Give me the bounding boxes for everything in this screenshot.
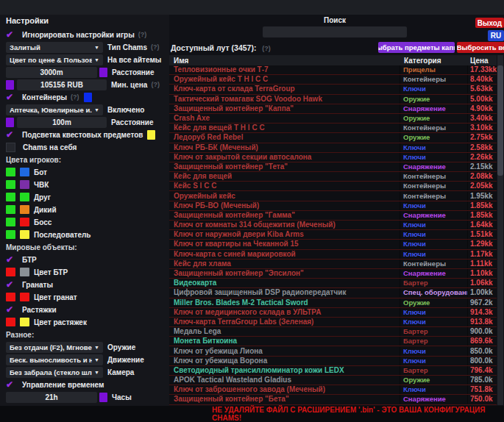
text-input[interactable] [17, 79, 107, 90]
table-row[interactable]: APOK Tactical Wasteland GladiusОружие785… [169, 376, 497, 385]
color-swatch-primary[interactable] [6, 268, 15, 276]
table-row[interactable]: Ключ от убежища ЛионаКлючи850.0k [169, 346, 497, 356]
color-swatch-secondary[interactable] [20, 318, 29, 326]
setting-label: Дикий [34, 206, 57, 214]
table-row[interactable]: Защищенный контейнер "Тета"Снаряжение2.1… [169, 162, 497, 172]
item-price: 1.10kk [467, 269, 497, 278]
color-swatch-secondary[interactable] [20, 230, 29, 239]
color-swatch[interactable] [6, 80, 14, 90]
column-header-price[interactable]: Цена [468, 57, 497, 65]
exit-button[interactable]: Выход [475, 18, 504, 28]
text-input[interactable] [17, 117, 107, 128]
select-kappa-items-button[interactable]: Выбрать предметы каппа [378, 42, 455, 53]
table-row[interactable]: Кейс для вещей T H I C CКонтейнеры3.10kk [169, 124, 497, 133]
dropdown[interactable]: Беск. выносливость и нет уста▼ [6, 354, 103, 365]
table-row[interactable]: Ключ от заброшенного завода (Меченый)Клю… [169, 385, 497, 395]
table-row[interactable]: Ключ РБ-ВО (Меченый)Ключи1.85kk [169, 201, 497, 211]
table-row[interactable]: Защищенный контейнер "Эпсилон"Снаряжение… [169, 269, 497, 279]
column-header-category[interactable]: Категория [401, 57, 468, 65]
dropdown[interactable]: Цвет по цене & Пользователь▼ [6, 54, 103, 65]
discard-all-button[interactable]: Выбросить все [457, 42, 504, 53]
table-row[interactable]: Ключ-карта с синей маркировкойКлючи1.17k… [169, 250, 497, 260]
table-row[interactable]: Ключ-карта TerraGroup Labs (Зеленая)Ключ… [169, 318, 497, 327]
color-swatch-secondary[interactable] [20, 218, 29, 226]
color-swatch[interactable] [6, 118, 14, 127]
item-name: Кейс для вещей T H I C C [169, 124, 400, 132]
table-row[interactable]: Защищенный контейнер "Каппа"Снаряжение4.… [169, 104, 497, 114]
table-row[interactable]: Ключ-карта от склада TerraGroupКлючи5.63… [169, 85, 497, 94]
table-row[interactable]: ВидеокартаБартер1.06kk [169, 279, 497, 288]
scrollbar-thumb[interactable] [497, 65, 503, 176]
color-swatch-primary[interactable] [6, 205, 15, 214]
table-row[interactable]: Кейс для хламаКонтейнеры1.11kk [169, 260, 497, 269]
table-row[interactable]: Miller Bros. Blades M-2 Tactical SwordОр… [169, 298, 497, 308]
color-swatch-primary[interactable] [6, 180, 15, 189]
table-row[interactable]: Ключ от убежища ВоронаКлючи800.0k [169, 357, 497, 366]
table-row[interactable]: Ключ от наружной двери Kiba ArmsКлючи1.5… [169, 230, 497, 240]
table-row[interactable]: Ключ РБ-БК (Меченый)Ключи2.58kk [169, 143, 497, 153]
table-row[interactable]: Защищенный контейнер "Гамма"Снаряжение1.… [169, 211, 497, 221]
color-swatch-primary[interactable] [6, 318, 15, 326]
checkbox-checked-icon[interactable]: ✔ [6, 380, 18, 389]
table-row[interactable]: Тепловизионные очки Т-7Прицелы17.33kk [169, 65, 497, 75]
item-price: 5.00kk [467, 95, 497, 104]
color-swatch-secondary[interactable] [20, 193, 29, 201]
table-row[interactable]: Светодиодный трансиллюминатор кожи LEDXБ… [169, 366, 497, 376]
checkbox-checked-icon[interactable]: ✔ [6, 280, 18, 289]
color-swatch-secondary[interactable] [20, 268, 29, 276]
table-row[interactable]: Кейс для вещейКонтейнеры2.08kk [169, 172, 497, 182]
item-category: Оружие [400, 298, 467, 307]
setting-row: Мировые объекты: [6, 242, 166, 252]
table-row[interactable]: Монета БиткоинаБартер869.6k [169, 337, 497, 346]
search-input[interactable] [263, 26, 407, 37]
table-row[interactable]: Оружейный кейс T H I C CКонтейнеры8.40kk [169, 75, 497, 85]
setting-row: Беск. выносливость и нет уста▼Движение [6, 354, 166, 365]
color-swatch-primary[interactable] [6, 193, 15, 201]
color-swatch-primary[interactable] [6, 168, 15, 176]
table-scrollbar[interactable] [497, 55, 503, 405]
checkbox-checked-icon[interactable]: ✔ [6, 130, 18, 139]
dropdown[interactable]: Залитый▼ [6, 42, 103, 53]
color-swatch[interactable] [147, 130, 155, 140]
dropdown[interactable]: Без забрала (стекло шлема)▼ [6, 367, 103, 378]
color-swatch-secondary[interactable] [20, 168, 29, 176]
checkbox-checked-icon[interactable]: ✔ [6, 93, 18, 101]
item-category: Оружие [400, 95, 467, 104]
color-swatch[interactable] [99, 393, 107, 402]
checkbox-checked-icon[interactable]: ✔ [6, 255, 18, 264]
item-category: Бартер [400, 337, 467, 346]
column-header-name[interactable]: Имя [169, 57, 401, 65]
color-swatch[interactable] [84, 93, 92, 102]
item-price: 967.2k [467, 298, 497, 307]
color-swatch-primary[interactable] [6, 293, 15, 301]
checkbox-checked-icon[interactable]: ✔ [6, 305, 18, 314]
item-price: 2.58kk [467, 143, 497, 152]
text-input[interactable] [6, 67, 97, 78]
text-input[interactable] [6, 392, 97, 403]
dropdown[interactable]: Аптечка, Ювелирные и...▼ [6, 104, 103, 115]
language-button[interactable]: RU [488, 30, 504, 41]
table-row[interactable]: Ключ от квартиры на Чеканной 15Ключи1.29… [169, 240, 497, 249]
item-name: Защищенный контейнер "Каппа" [169, 104, 400, 113]
table-row[interactable]: Ледоруб Red RebelОружие2.75kk [169, 133, 497, 143]
table-row[interactable]: Тактический томагавк SOG Voodoo HawkОруж… [169, 95, 497, 104]
table-row[interactable]: Медаль LegaБартер900.0k [169, 327, 497, 337]
table-row[interactable]: Цифровой защищенный DSP радиопередатчикС… [169, 288, 497, 298]
table-row[interactable]: Ключ от закрытой секции автосалонаКлючи2… [169, 153, 497, 162]
table-row[interactable]: Ключ от медицинского склада в УЛЬТРАКлюч… [169, 308, 497, 318]
item-category: Ключи [400, 385, 467, 394]
color-swatch-primary[interactable] [6, 230, 15, 239]
color-swatch-secondary[interactable] [20, 205, 29, 214]
checkbox-unchecked[interactable] [6, 143, 15, 152]
table-row[interactable]: Ключ от комнаты 314 общежития (Меченый)К… [169, 221, 497, 230]
table-row[interactable]: Оружейный кейсКонтейнеры1.95kk [169, 191, 497, 201]
color-swatch-secondary[interactable] [20, 293, 29, 301]
table-row[interactable]: Кейс S I C CКонтейнеры2.05kk [169, 182, 497, 191]
checkbox-checked-icon[interactable]: ✔ [6, 30, 18, 39]
color-swatch[interactable] [99, 68, 107, 77]
dropdown[interactable]: Без отдачи (F2), Мгновенное п▼ [6, 342, 103, 353]
color-swatch-primary[interactable] [6, 218, 15, 226]
table-row[interactable]: Crash AxeОружие3.40kk [169, 114, 497, 124]
table-row[interactable]: Защищенный контейнер "Бета"Снаряжение750… [169, 395, 497, 404]
color-swatch-secondary[interactable] [20, 180, 29, 189]
